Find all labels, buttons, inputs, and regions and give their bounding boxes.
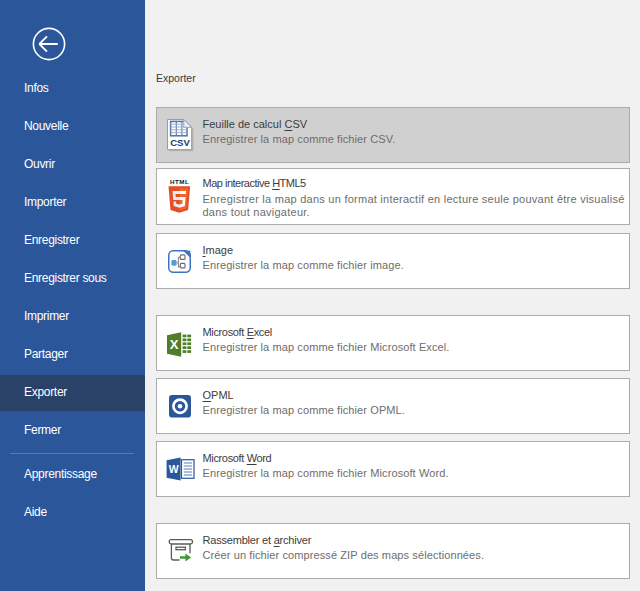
svg-text:CSV: CSV (170, 137, 190, 148)
svg-text:HTML: HTML (170, 178, 190, 185)
svg-text:X: X (170, 337, 179, 352)
svg-text:W: W (169, 463, 179, 475)
